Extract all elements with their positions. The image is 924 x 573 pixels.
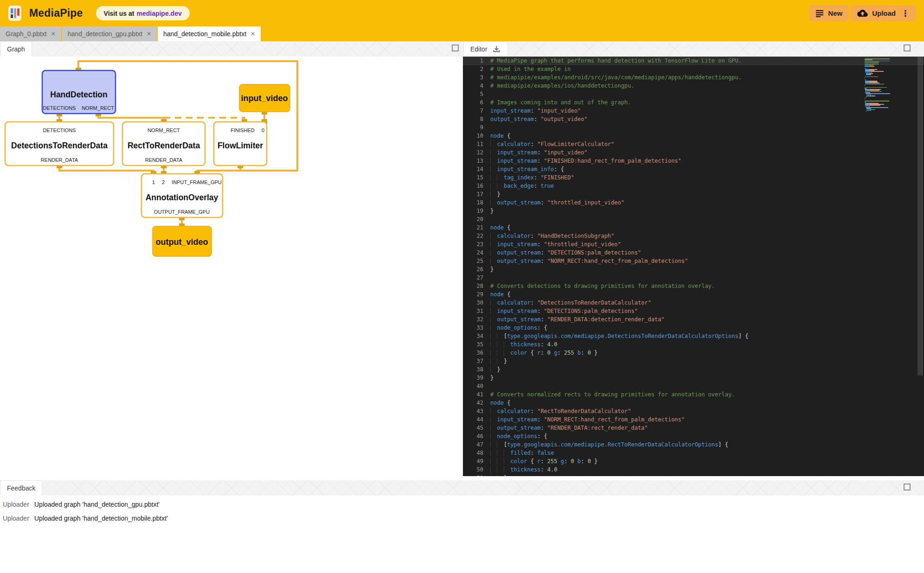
code-line[interactable]: 18 output_stream: "throttled_input_video…	[463, 198, 924, 207]
code-line[interactable]: 1# MediaPipe graph that performs hand de…	[463, 57, 924, 65]
node-annotation-overlay[interactable]: 1 2 INPUT_FRAME_GPU AnnotationOverlay OU…	[141, 174, 223, 217]
code-line[interactable]: 22 calculator: "HandDetectionSubgraph"	[463, 232, 924, 240]
panel-header-strip: Graph Editor	[0, 41, 924, 57]
file-tab-2[interactable]: hand_detection_mobile.pbtxt✕	[158, 26, 261, 41]
close-tab-icon[interactable]: ✕	[51, 31, 56, 37]
line-number: 17	[463, 190, 483, 198]
code-line[interactable]: 45 output_stream: "RENDER_DATA:rect_rend…	[463, 424, 924, 432]
code-line[interactable]: 31 input_stream: "DETECTIONS:palm_detect…	[463, 307, 924, 315]
code-line[interactable]: 51 }	[463, 474, 924, 476]
code-line[interactable]: 9	[463, 123, 924, 132]
editor-popout-icon[interactable]	[904, 45, 911, 51]
line-number: 50	[463, 465, 483, 474]
code-line[interactable]: 17 }	[463, 190, 924, 198]
code-line[interactable]: 41# Converts normalized rects to drawing…	[463, 390, 924, 399]
code-line[interactable]: 32 output_stream: "RENDER_DATA:detection…	[463, 315, 924, 324]
code-line[interactable]: 10node {	[463, 132, 924, 140]
code-line[interactable]: 46 node_options: {	[463, 432, 924, 440]
line-number: 2	[463, 65, 483, 73]
line-number: 23	[463, 240, 483, 248]
node-output-video[interactable]: output_video	[153, 226, 212, 256]
editor-scrollbar[interactable]	[918, 57, 923, 376]
code-line[interactable]: 25 output_stream: "NORM_RECT:hand_rect_f…	[463, 257, 924, 265]
download-icon[interactable]	[492, 45, 501, 53]
code-editor[interactable]: 1# MediaPipe graph that performs hand de…	[463, 57, 924, 476]
node-detections-to-render-data[interactable]: DETECTIONS DetectionsToRenderData RENDER…	[5, 122, 114, 166]
line-number: 30	[463, 299, 483, 307]
code-line[interactable]: 15 tag_index: "FINISHED"	[463, 173, 924, 182]
code-line[interactable]: 48 filled: false	[463, 449, 924, 457]
code-line[interactable]: 26}	[463, 265, 924, 274]
code-line[interactable]: 42node {	[463, 399, 924, 407]
line-number: 20	[463, 215, 483, 223]
code-line[interactable]: 14 input_stream_info: {	[463, 165, 924, 173]
node-input-video[interactable]: input_video	[239, 84, 290, 112]
code-line[interactable]: 19}	[463, 207, 924, 215]
mediapipe-dev-link[interactable]: mediapipe.dev	[136, 10, 181, 17]
graph-canvas[interactable]: HandDetection DETECTIONS NORM_RECT input…	[0, 57, 462, 480]
code-line[interactable]: 13 input_stream: "FINISHED:hand_rect_fro…	[463, 157, 924, 165]
code-line[interactable]: 34 [type.googleapis.com/mediapipe.Detect…	[463, 332, 924, 340]
code-line[interactable]: 33 node_options: {	[463, 324, 924, 332]
graph-tab-label: Graph	[7, 45, 25, 53]
node-rect-to-render-data[interactable]: NORM_RECT RectToRenderData RENDER_DATA	[122, 122, 205, 166]
line-number: 22	[463, 232, 483, 240]
line-number: 35	[463, 340, 483, 349]
code-line[interactable]: 12 input_stream: "input_video"	[463, 148, 924, 157]
more-options-icon[interactable]: ⋮	[901, 9, 910, 18]
code-line[interactable]: 40	[463, 382, 924, 390]
code-line[interactable]: 29node {	[463, 290, 924, 299]
code-line[interactable]: 50 thickness: 4.0	[463, 465, 924, 474]
close-tab-icon[interactable]: ✕	[147, 31, 151, 37]
code-line[interactable]: 23 input_stream: "throttled_input_video"	[463, 240, 924, 248]
code-line[interactable]: 47 [type.googleapis.com/mediapipe.RectTo…	[463, 440, 924, 449]
cloud-upload-icon	[857, 10, 868, 17]
editor-minimap[interactable]	[865, 58, 902, 112]
close-tab-icon[interactable]: ✕	[250, 31, 255, 37]
code-line[interactable]: 11 calculator: "FlowLimiterCalculator"	[463, 140, 924, 148]
code-line[interactable]: 4# mediapipie/examples/ios/handdetection…	[463, 82, 924, 90]
line-number: 12	[463, 148, 483, 157]
code-line[interactable]: 37 }	[463, 357, 924, 365]
code-line[interactable]: 38 }	[463, 365, 924, 374]
code-line[interactable]: 24 output_stream: "DETECTIONS:palm_detec…	[463, 248, 924, 257]
line-number: 36	[463, 349, 483, 357]
code-line[interactable]: 35 thickness: 4.0	[463, 340, 924, 349]
code-line[interactable]: 6# Images coming into and out of the gra…	[463, 98, 924, 107]
app-title: MediaPipe	[29, 7, 83, 19]
node-flow-limiter[interactable]: FINISHED 0 FlowLimiter	[214, 122, 267, 166]
code-line[interactable]: 28# Converts detections to drawing primi…	[463, 282, 924, 290]
code-line[interactable]: 20	[463, 215, 924, 223]
code-line[interactable]: 7input_stream: "input_video"	[463, 107, 924, 115]
tab-editor[interactable]: Editor	[463, 41, 508, 57]
code-lines[interactable]: 1# MediaPipe graph that performs hand de…	[463, 57, 924, 476]
code-line[interactable]: 27	[463, 274, 924, 282]
file-tab-0[interactable]: Graph_0.pbtxt✕	[0, 26, 61, 41]
feedback-popout-icon[interactable]	[904, 484, 911, 490]
port-in: NORM_RECT	[148, 127, 180, 133]
code-line[interactable]: 30 calculator: "DetectionsToRenderDataCa…	[463, 299, 924, 307]
code-line[interactable]: 3# mediapipie/examples/android/src/java/…	[463, 73, 924, 82]
app-header: MediaPipe Visit us at mediapipe.dev New …	[0, 0, 924, 26]
tab-graph[interactable]: Graph	[0, 41, 32, 57]
code-line[interactable]: 8output_stream: "output_video"	[463, 115, 924, 123]
line-number: 9	[463, 123, 483, 132]
code-line[interactable]: 36 color { r: 0 g: 255 b: 0 }	[463, 349, 924, 357]
code-line[interactable]: 49 color { r: 255 g: 0 b: 0 }	[463, 457, 924, 465]
upload-button-label: Upload	[872, 9, 896, 17]
code-line[interactable]: 39}	[463, 374, 924, 382]
new-button-label: New	[828, 9, 842, 17]
upload-button[interactable]: Upload ⋮	[851, 5, 916, 21]
tab-feedback[interactable]: Feedback	[0, 480, 42, 496]
line-number: 18	[463, 198, 483, 207]
new-button[interactable]: New	[809, 5, 849, 21]
code-line[interactable]: 5	[463, 90, 924, 98]
code-line[interactable]: 44 input_stream: "NORM_RECT:hand_rect_fr…	[463, 415, 924, 424]
code-line[interactable]: 2# Used in the example in	[463, 65, 924, 73]
node-hand-detection[interactable]: HandDetection DETECTIONS NORM_RECT	[42, 70, 116, 114]
graph-popout-icon[interactable]	[452, 45, 459, 51]
code-line[interactable]: 43 calculator: "RectToRenderDataCalculat…	[463, 407, 924, 415]
file-tab-1[interactable]: hand_detection_gpu.pbtxt✕	[62, 26, 157, 41]
code-line[interactable]: 16 back_edge: true	[463, 182, 924, 190]
code-line[interactable]: 21node {	[463, 223, 924, 232]
